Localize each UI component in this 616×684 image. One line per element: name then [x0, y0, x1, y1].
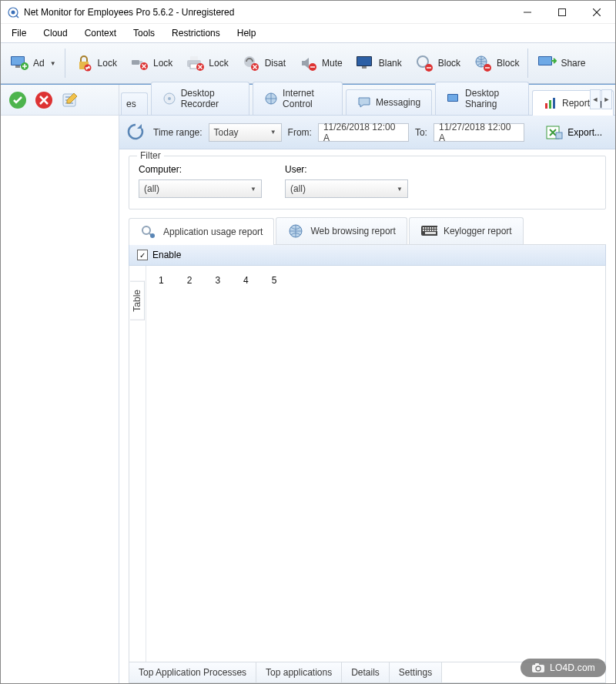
table-grid[interactable]: 1 2 3 4 5: [146, 266, 605, 662]
filter-group: Filter Computer: (all)▼ User: (all)▼: [129, 156, 606, 210]
toolbar-lock3-label: Lock: [209, 58, 228, 69]
svg-rect-71: [427, 227, 429, 229]
table-side-label: Table: [130, 281, 145, 320]
svg-rect-75: [437, 227, 437, 229]
tab-truncated[interactable]: es: [121, 92, 148, 115]
toolbar-lock1-button[interactable]: Lock: [69, 49, 122, 77]
tab-scroll-right[interactable]: ►: [601, 89, 612, 109]
toolbar-separator: [65, 49, 65, 78]
menu-restrictions[interactable]: Restrictions: [164, 25, 228, 41]
svg-rect-61: [553, 98, 555, 109]
sharing-icon: [447, 92, 460, 106]
report-tabs: Application usage report Web browsing re…: [129, 217, 606, 245]
chevron-down-icon: ▼: [270, 129, 276, 136]
tab-desktop-sharing[interactable]: Desktop Sharing: [435, 82, 529, 115]
menu-file[interactable]: File: [4, 25, 34, 41]
svg-rect-86: [535, 663, 539, 666]
btab-settings[interactable]: Settings: [390, 662, 442, 682]
maximize-button[interactable]: [544, 2, 579, 23]
toolbar-share-label: Share: [561, 58, 585, 69]
toolbar-share-button[interactable]: Share: [531, 49, 591, 77]
svg-rect-72: [430, 227, 431, 229]
refresh-button[interactable]: [126, 122, 147, 143]
rtab-application-usage-label: Application usage report: [163, 226, 263, 237]
toolbar-block2-button[interactable]: Block: [467, 49, 524, 77]
svg-rect-69: [423, 227, 424, 229]
svg-line-2: [16, 15, 18, 18]
svg-rect-81: [434, 230, 436, 231]
computer-label: Computer:: [139, 164, 262, 175]
right-panel: es Desktop Recorder Internet Control Mes…: [119, 85, 615, 683]
export-button[interactable]: Export...: [539, 122, 609, 143]
menu-context[interactable]: Context: [77, 25, 124, 41]
chat-icon: [357, 96, 371, 109]
excel-icon: [546, 125, 563, 140]
toolbar-blank-button[interactable]: Blank: [350, 49, 407, 77]
tab-internet-control[interactable]: Internet Control: [253, 82, 343, 115]
rtab-keylogger[interactable]: Keylogger report: [409, 217, 524, 244]
svg-rect-83: [425, 232, 436, 234]
tab-desktop-recorder-label: Desktop Recorder: [181, 88, 238, 109]
rtab-application-usage[interactable]: Application usage report: [129, 218, 274, 245]
watermark: LO4D.com: [521, 659, 606, 677]
rtab-web-browsing-label: Web browsing report: [310, 226, 396, 236]
svg-rect-60: [549, 100, 551, 109]
svg-rect-23: [190, 56, 198, 60]
rtab-web-browsing[interactable]: Web browsing report: [276, 217, 407, 244]
tab-desktop-recorder[interactable]: Desktop Recorder: [151, 82, 249, 115]
enable-label: Enable: [152, 250, 181, 260]
share-screen-icon: [537, 53, 557, 73]
computer-list[interactable]: [1, 116, 119, 683]
computer-combo[interactable]: (all)▼: [139, 179, 262, 198]
btab-top-processes[interactable]: Top Application Processes: [129, 662, 256, 682]
btab-details[interactable]: Details: [342, 662, 390, 682]
time-range-combo[interactable]: Today▼: [209, 123, 282, 142]
user-combo[interactable]: (all)▼: [285, 179, 408, 198]
titlebar: Net Monitor for Employees Pro 5.6.2 - Un…: [1, 1, 615, 24]
table-side-tab[interactable]: Table: [129, 266, 146, 662]
menu-tools[interactable]: Tools: [126, 25, 162, 41]
svg-rect-70: [425, 227, 427, 229]
toolbar-lock3-button[interactable]: Lock: [179, 49, 233, 77]
toolbar-lock2-button[interactable]: Lock: [124, 49, 178, 77]
toolbar-disable-button[interactable]: Disat: [236, 49, 291, 77]
svg-rect-36: [362, 66, 367, 69]
close-button[interactable]: [579, 2, 614, 23]
menu-help[interactable]: Help: [229, 25, 264, 41]
menu-cloud[interactable]: Cloud: [35, 25, 75, 41]
disable-icon: [241, 53, 261, 73]
mute-icon: [298, 53, 318, 73]
svg-rect-73: [432, 227, 434, 229]
main-toolbar: Ad ▼ Lock Lock Lock Disat Mute Blank Blo…: [1, 42, 615, 84]
to-input[interactable]: 11/27/2018 12:00 A: [434, 123, 524, 142]
user-value: (all): [290, 183, 306, 194]
from-input[interactable]: 11/26/2018 12:00 A: [318, 123, 409, 142]
padlock-icon: [74, 53, 94, 73]
svg-rect-80: [432, 230, 434, 231]
window-controls: [510, 2, 614, 23]
toolbar-mute-button[interactable]: Mute: [293, 49, 348, 77]
export-label: Export...: [567, 127, 602, 138]
blank-screen-icon: [355, 53, 375, 73]
svg-point-1: [12, 10, 15, 14]
accept-button[interactable]: [7, 89, 28, 111]
reject-button[interactable]: [33, 89, 55, 111]
tab-desktop-sharing-label: Desktop Sharing: [465, 88, 517, 109]
tab-messaging[interactable]: Messaging: [346, 89, 432, 115]
tab-scroll-left[interactable]: ◄: [590, 89, 601, 109]
table-columns: 1 2 3 4 5: [156, 275, 596, 286]
report-content: Filter Computer: (all)▼ User: (all)▼ App…: [119, 149, 615, 683]
svg-point-55: [168, 97, 171, 100]
tab-internet-control-label: Internet Control: [283, 88, 331, 109]
rtab-keylogger-label: Keylogger report: [444, 226, 512, 236]
minimize-button[interactable]: [510, 2, 544, 23]
enable-checkbox[interactable]: ✓: [137, 250, 148, 260]
camera-icon: [531, 662, 545, 673]
window-title: Net Monitor for Employees Pro 5.6.2 - Un…: [24, 7, 510, 18]
edit-list-button[interactable]: [59, 89, 81, 111]
toolbar-disable-label: Disat: [265, 58, 286, 69]
left-panel-ops: [1, 85, 119, 116]
btab-top-applications[interactable]: Top applications: [256, 662, 342, 682]
toolbar-block1-button[interactable]: Block: [409, 49, 466, 77]
toolbar-add-button[interactable]: Ad ▼: [4, 49, 62, 77]
